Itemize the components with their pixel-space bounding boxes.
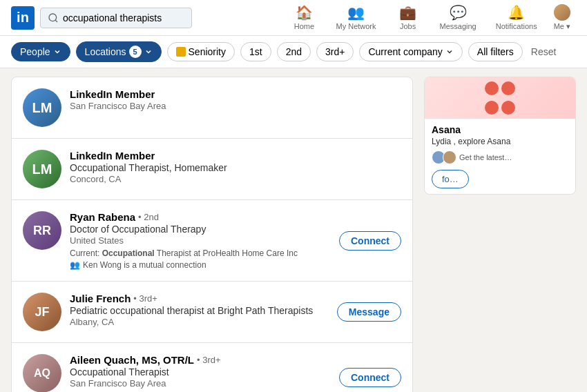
main-nav: 🏠 Home 👥 My Network 💼 Jobs 💬 Messaging 🔔…: [283, 1, 576, 35]
sidebar: Asana Lydia , explore Asana Get the late…: [424, 77, 576, 392]
nav-me[interactable]: Me ▾: [548, 1, 576, 34]
ad-card: Asana Lydia , explore Asana Get the late…: [424, 77, 576, 195]
avatar: [554, 4, 570, 21]
avatar[interactable]: LM: [23, 88, 61, 127]
degree-label: • 2nd: [138, 212, 159, 222]
current-company-filter-button[interactable]: Current company: [359, 42, 462, 61]
degree-label: • 3rd+: [197, 355, 221, 365]
table-row: JF Julie French • 3rd+ Pediatric occupat…: [12, 282, 412, 343]
seniority-icon: [176, 47, 186, 57]
search-input[interactable]: [63, 12, 184, 23]
jobs-icon: 💼: [399, 4, 416, 21]
result-name[interactable]: Aileen Quach, MS, OTR/L • 3rd+: [70, 354, 401, 366]
result-info: LinkedIn Member San Francisco Bay Area: [70, 88, 401, 111]
chevron-down-icon: [53, 48, 61, 56]
ad-avatar-2: [443, 150, 456, 164]
locations-filter-button[interactable]: Locations 5: [76, 41, 162, 62]
table-row: LM LinkedIn Member Occupational Therapis…: [12, 139, 412, 200]
avatar[interactable]: JF: [23, 293, 61, 331]
table-row: RR Ryan Rabena • 2nd Doctor of Occupatio…: [12, 200, 412, 282]
result-title: Occupational Therapist, Homemaker: [70, 162, 401, 173]
svg-line-1: [55, 20, 57, 22]
dot-bottom-right: [501, 101, 515, 115]
avatar[interactable]: AQ: [23, 354, 61, 392]
linkedin-logo[interactable]: in: [11, 6, 35, 30]
svg-point-0: [49, 14, 57, 21]
chevron-down-icon-company: [445, 48, 454, 56]
search-icon: [48, 12, 59, 23]
ad-button[interactable]: fo…: [432, 170, 469, 188]
home-icon: 🏠: [296, 4, 313, 21]
ad-people-row: Get the latest…: [432, 150, 568, 164]
result-location: Concord, CA: [70, 174, 401, 184]
results-list: LM LinkedIn Member San Francisco Bay Are…: [11, 77, 413, 392]
filter-bar: People Locations 5 Seniority 1st 2nd 3rd…: [0, 36, 587, 68]
dot-top-right: [501, 81, 515, 95]
avatar[interactable]: LM: [23, 150, 61, 188]
ad-cta-text: Get the latest…: [459, 153, 512, 161]
seniority-filter-button[interactable]: Seniority: [167, 42, 235, 61]
ad-avatars: [432, 150, 456, 164]
people-filter-button[interactable]: People: [11, 42, 70, 61]
degree-label: • 3rd+: [133, 293, 157, 304]
search-bar[interactable]: [40, 8, 192, 28]
avatar[interactable]: RR: [23, 211, 61, 250]
nav-home[interactable]: 🏠 Home: [283, 1, 325, 35]
result-name[interactable]: LinkedIn Member: [70, 88, 401, 100]
messaging-icon: 💬: [450, 4, 467, 21]
reset-button[interactable]: Reset: [528, 43, 559, 61]
nav-my-network[interactable]: 👥 My Network: [327, 1, 384, 35]
table-row: AQ Aileen Quach, MS, OTR/L • 3rd+ Occupa…: [12, 343, 412, 392]
main-content: LM LinkedIn Member San Francisco Bay Are…: [0, 68, 587, 392]
nav-jobs[interactable]: 💼 Jobs: [387, 1, 429, 35]
notifications-icon: 🔔: [508, 4, 525, 21]
connect-button[interactable]: Connect: [339, 231, 401, 251]
ad-banner: [425, 77, 575, 119]
header: in 🏠 Home 👥 My Network 💼 Jobs 💬 Messagin…: [0, 0, 587, 36]
ad-content: Asana Lydia , explore Asana Get the late…: [425, 119, 575, 194]
connection-1st-button[interactable]: 1st: [240, 42, 271, 61]
result-name[interactable]: Ryan Rabena • 2nd: [70, 211, 401, 223]
connection-3rd-button[interactable]: 3rd+: [316, 42, 354, 61]
dot-bottom-left: [485, 101, 499, 115]
connection-2nd-button[interactable]: 2nd: [277, 42, 311, 61]
connect-button-2[interactable]: Connect: [339, 368, 401, 387]
result-mutual: 👥 Ken Wong is a mutual connection: [70, 260, 401, 270]
message-button[interactable]: Message: [337, 302, 401, 322]
ad-title: Asana: [432, 124, 568, 135]
nav-messaging[interactable]: 💬 Messaging: [432, 1, 485, 35]
result-info: LinkedIn Member Occupational Therapist, …: [70, 150, 401, 184]
ad-description: Lydia , explore Asana: [432, 137, 568, 146]
dot-top-left: [485, 81, 499, 95]
locations-badge: 5: [129, 46, 142, 58]
network-icon: 👥: [347, 4, 365, 21]
ad-logo: [483, 80, 517, 116]
chevron-down-icon-locations: [144, 48, 153, 56]
result-location: San Francisco Bay Area: [70, 101, 401, 111]
mutual-icon: 👥: [70, 260, 80, 270]
table-row: LM LinkedIn Member San Francisco Bay Are…: [12, 77, 412, 139]
nav-notifications[interactable]: 🔔 Notifications: [488, 1, 546, 35]
result-name[interactable]: LinkedIn Member: [70, 150, 401, 161]
all-filters-button[interactable]: All filters: [468, 42, 523, 61]
